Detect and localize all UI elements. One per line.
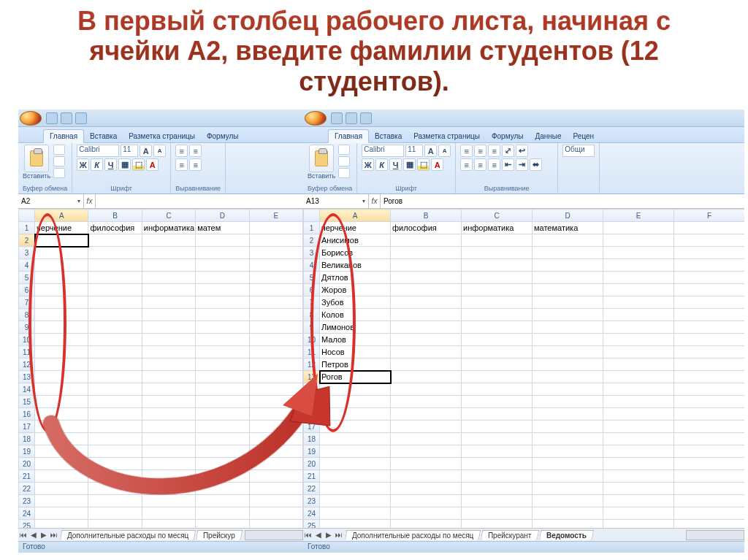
cell[interactable]	[391, 346, 462, 358]
cell[interactable]	[533, 520, 603, 529]
cell[interactable]	[533, 247, 603, 259]
cell[interactable]	[603, 483, 674, 495]
cell[interactable]: информатика	[142, 222, 195, 234]
cell[interactable]	[603, 433, 674, 445]
cell[interactable]	[603, 346, 674, 358]
row-header[interactable]: 8	[304, 309, 320, 321]
cell[interactable]	[603, 445, 674, 458]
cell[interactable]	[320, 383, 391, 396]
cell[interactable]	[88, 371, 142, 383]
cell[interactable]	[35, 272, 88, 284]
cell[interactable]	[391, 520, 462, 529]
cell[interactable]	[196, 259, 249, 272]
wrap-text-icon[interactable]: ↩	[516, 145, 528, 157]
cell[interactable]	[320, 445, 391, 458]
cell[interactable]	[249, 234, 302, 247]
column-header[interactable]: E	[249, 210, 302, 222]
cell[interactable]	[603, 458, 674, 470]
row-header[interactable]: 6	[304, 284, 320, 296]
cell[interactable]	[142, 321, 195, 334]
column-header[interactable]: D	[196, 210, 249, 222]
row-header[interactable]: 5	[304, 272, 320, 284]
cell[interactable]	[196, 272, 249, 284]
cell[interactable]	[391, 445, 462, 458]
cell[interactable]	[35, 234, 88, 247]
cell[interactable]	[249, 408, 302, 421]
row-header[interactable]: 11	[19, 346, 35, 358]
cell[interactable]	[674, 520, 745, 529]
column-header[interactable]: F	[674, 210, 745, 222]
row-header[interactable]: 17	[19, 421, 35, 433]
cell[interactable]	[142, 346, 195, 358]
cell[interactable]	[674, 433, 745, 445]
italic-button[interactable]: К	[375, 158, 388, 171]
cell[interactable]	[533, 296, 603, 309]
cell[interactable]	[249, 259, 302, 272]
cell[interactable]	[196, 309, 249, 321]
cell[interactable]	[391, 458, 462, 470]
cell[interactable]	[533, 358, 603, 371]
qat-save-icon[interactable]	[46, 112, 58, 124]
cell[interactable]	[88, 445, 142, 458]
cell[interactable]	[196, 383, 249, 396]
cell[interactable]: Анисимов	[320, 234, 391, 247]
row-header[interactable]: 23	[304, 495, 320, 507]
cell[interactable]	[603, 396, 674, 408]
cell[interactable]	[674, 334, 745, 346]
cell[interactable]	[462, 272, 533, 284]
cell[interactable]	[462, 445, 533, 458]
cell[interactable]	[35, 383, 88, 396]
cell[interactable]	[196, 445, 249, 458]
cell[interactable]	[533, 408, 603, 421]
align-left-icon[interactable]: ≡	[175, 158, 188, 171]
cell[interactable]	[196, 396, 249, 408]
cell[interactable]	[196, 507, 249, 520]
cell[interactable]	[88, 247, 142, 259]
cell[interactable]	[196, 433, 249, 445]
cell[interactable]	[88, 495, 142, 507]
formula-input[interactable]	[96, 194, 303, 208]
sheet-tab[interactable]: Дополнительные расходы по месяц	[345, 530, 481, 540]
font-name-select[interactable]: Calibri	[77, 145, 119, 157]
row-header[interactable]: 15	[304, 396, 320, 408]
cell[interactable]	[142, 371, 195, 383]
row-header[interactable]: 2	[304, 234, 320, 247]
row-header[interactable]: 8	[19, 309, 35, 321]
cell[interactable]	[249, 383, 302, 396]
cell[interactable]	[142, 383, 195, 396]
row-header[interactable]: 10	[304, 334, 320, 346]
align-center-icon[interactable]: ≡	[474, 158, 486, 171]
tab-layout[interactable]: Разметка страницы	[408, 130, 486, 142]
cell[interactable]	[674, 507, 745, 520]
row-header[interactable]: 20	[304, 458, 320, 470]
cell[interactable]	[391, 396, 462, 408]
row-header[interactable]: 4	[304, 259, 320, 272]
cell[interactable]: философия	[391, 222, 462, 234]
cell[interactable]	[196, 234, 249, 247]
tab-insert[interactable]: Вставка	[84, 130, 123, 142]
border-icon[interactable]: ▦	[118, 158, 131, 171]
row-header[interactable]: 9	[304, 321, 320, 334]
italic-button[interactable]: К	[91, 158, 103, 171]
row-header[interactable]: 12	[19, 358, 35, 371]
cell[interactable]	[142, 259, 195, 272]
cell[interactable]	[533, 507, 603, 520]
align-left-icon[interactable]: ≡	[460, 158, 473, 171]
cell[interactable]	[462, 520, 533, 529]
shrink-font-icon[interactable]: A	[438, 145, 451, 157]
cell[interactable]	[462, 507, 533, 520]
cell[interactable]	[462, 334, 533, 346]
orientation-icon[interactable]: ⤢	[502, 145, 514, 157]
align-top-icon[interactable]: ≡	[175, 145, 188, 157]
sheet-nav-next-icon[interactable]: ▶	[39, 531, 49, 539]
cell[interactable]	[674, 284, 745, 296]
tab-review[interactable]: Рецен	[568, 130, 600, 142]
font-size-select[interactable]: 11	[405, 145, 423, 157]
cell[interactable]	[142, 507, 195, 520]
cell[interactable]	[603, 421, 674, 433]
cell[interactable]	[603, 296, 674, 309]
sheet-nav-prev-icon[interactable]: ◀	[313, 531, 324, 539]
cell[interactable]	[391, 383, 462, 396]
cell[interactable]	[462, 309, 533, 321]
qat-save-icon[interactable]	[331, 112, 343, 124]
